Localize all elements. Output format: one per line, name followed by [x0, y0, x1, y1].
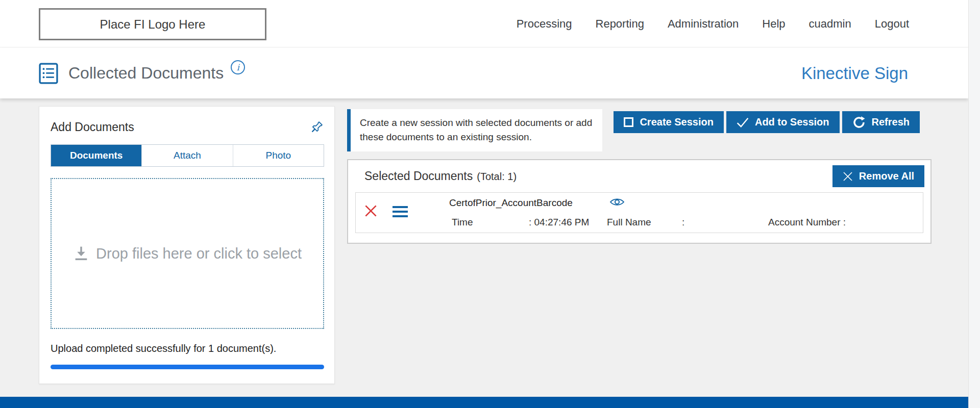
document-row: CertofPrior_AccountBarcode Time : 04:27:… — [355, 192, 923, 233]
nav-administration[interactable]: Administration — [668, 17, 739, 31]
tab-attach[interactable]: Attach — [141, 145, 232, 166]
drag-handle-icon[interactable] — [393, 206, 408, 220]
nav-help[interactable]: Help — [762, 17, 785, 31]
file-dropzone[interactable]: Drop files here or click to select — [51, 178, 324, 329]
nav-logout[interactable]: Logout — [875, 17, 909, 31]
pin-icon[interactable] — [310, 120, 324, 134]
vertical-scrollbar[interactable] — [968, 0, 980, 408]
document-fullname-label: Full Name — [607, 217, 651, 228]
remove-all-button[interactable]: Remove All — [832, 165, 924, 187]
document-fullname-value: : — [682, 217, 684, 228]
document-name: CertofPrior_AccountBarcode — [449, 197, 573, 209]
session-actions: Create Session Add to Session Refresh — [614, 111, 920, 133]
download-icon — [73, 246, 89, 261]
tab-documents[interactable]: Documents — [51, 145, 141, 166]
create-session-icon — [624, 117, 633, 127]
nav-cuadmin[interactable]: cuadmin — [809, 17, 851, 31]
fi-logo-placeholder: Place FI Logo Here — [39, 8, 266, 40]
tab-photo[interactable]: Photo — [233, 145, 324, 166]
document-time-label: Time — [452, 217, 473, 228]
main-content: Add Documents Documents Attach Photo Dro… — [0, 98, 968, 397]
add-to-session-label: Add to Session — [755, 116, 829, 128]
brand-kinective-sign: Kinective Sign — [801, 64, 908, 83]
app-root: Place FI Logo Here Processing Reporting … — [0, 0, 980, 408]
selected-documents-panel: Selected Documents(Total: 1) Remove All … — [347, 159, 932, 244]
info-icon[interactable]: i — [231, 60, 245, 74]
add-to-session-button[interactable]: Add to Session — [726, 111, 840, 133]
selected-documents-title: Selected Documents — [364, 169, 473, 183]
session-banner: Create a new session with selected docum… — [347, 109, 602, 151]
session-banner-text: Create a new session with selected docum… — [360, 117, 592, 142]
nav-processing[interactable]: Processing — [517, 17, 572, 31]
document-time-value: : 04:27:46 PM — [529, 217, 589, 228]
collected-documents-icon — [39, 63, 58, 84]
info-icon-glyph: i — [236, 62, 239, 72]
create-session-button[interactable]: Create Session — [614, 111, 724, 133]
page-header: Collected Documents i Kinective Sign — [0, 48, 968, 98]
remove-all-label: Remove All — [859, 170, 914, 182]
fi-logo-text: Place FI Logo Here — [100, 17, 206, 32]
add-to-session-icon — [737, 117, 749, 128]
footer-bar — [0, 397, 968, 408]
page-title: Collected Documents — [68, 64, 224, 83]
selected-documents-total: (Total: 1) — [477, 171, 517, 182]
refresh-label: Refresh — [872, 116, 910, 128]
refresh-button[interactable]: Refresh — [842, 111, 920, 133]
add-documents-tabs: Documents Attach Photo — [51, 144, 324, 167]
remove-all-icon — [843, 171, 853, 182]
remove-document-icon[interactable] — [364, 204, 378, 218]
add-documents-header: Add Documents — [51, 120, 324, 134]
preview-icon[interactable] — [609, 196, 625, 208]
nav-reporting[interactable]: Reporting — [596, 17, 644, 31]
add-documents-title: Add Documents — [51, 120, 134, 134]
document-account-label: Account Number : — [768, 217, 846, 228]
add-documents-panel: Add Documents Documents Attach Photo Dro… — [39, 106, 335, 384]
dropzone-text: Drop files here or click to select — [96, 245, 302, 262]
top-bar: Place FI Logo Here Processing Reporting … — [0, 0, 968, 47]
selected-documents-title-group: Selected Documents(Total: 1) — [364, 169, 517, 183]
selected-documents-header: Selected Documents(Total: 1) Remove All — [348, 160, 930, 191]
upload-progress-bar — [51, 365, 324, 369]
create-session-label: Create Session — [640, 116, 714, 128]
top-nav: Processing Reporting Administration Help… — [517, 0, 909, 47]
refresh-icon — [852, 116, 866, 129]
upload-status-text: Upload completed successfully for 1 docu… — [51, 343, 324, 354]
